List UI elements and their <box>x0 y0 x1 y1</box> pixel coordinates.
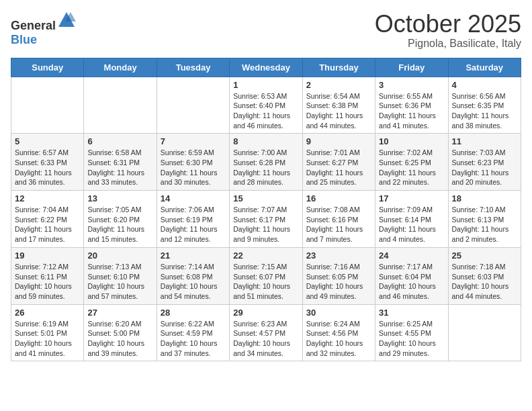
day-number: 14 <box>161 193 226 203</box>
day-number: 25 <box>452 250 517 261</box>
calendar-cell: 14Sunrise: 7:06 AMSunset: 6:19 PMDayligh… <box>157 191 229 248</box>
day-number: 21 <box>161 250 226 261</box>
calendar-cell: 7Sunrise: 6:59 AMSunset: 6:30 PMDaylight… <box>157 134 229 191</box>
day-info: Sunrise: 6:24 AMSunset: 4:56 PMDaylight:… <box>306 319 371 359</box>
calendar-cell: 11Sunrise: 7:03 AMSunset: 6:23 PMDayligh… <box>448 134 521 191</box>
day-info: Sunrise: 7:00 AMSunset: 6:28 PMDaylight:… <box>233 148 298 187</box>
week-row-1: 1Sunrise: 6:53 AMSunset: 6:40 PMDaylight… <box>11 77 521 134</box>
day-number: 22 <box>233 250 298 261</box>
day-info: Sunrise: 7:08 AMSunset: 6:16 PMDaylight:… <box>306 205 371 244</box>
day-number: 16 <box>306 193 371 203</box>
page-header: General Blue October 2025 Pignola, Basil… <box>11 11 521 50</box>
calendar-cell: 17Sunrise: 7:09 AMSunset: 6:14 PMDayligh… <box>375 191 448 248</box>
calendar-cell: 2Sunrise: 6:54 AMSunset: 6:38 PMDaylight… <box>302 77 375 134</box>
calendar-cell: 3Sunrise: 6:55 AMSunset: 6:36 PMDaylight… <box>375 77 448 134</box>
location-title: Pignola, Basilicate, Italy <box>375 38 521 50</box>
day-number: 31 <box>379 308 444 318</box>
day-number: 29 <box>233 308 298 318</box>
day-number: 3 <box>379 80 444 90</box>
day-info: Sunrise: 7:16 AMSunset: 6:05 PMDaylight:… <box>306 262 371 302</box>
calendar-cell <box>157 77 229 134</box>
calendar-cell: 15Sunrise: 7:07 AMSunset: 6:17 PMDayligh… <box>230 191 302 248</box>
day-info: Sunrise: 6:20 AMSunset: 5:00 PMDaylight:… <box>87 319 152 359</box>
day-info: Sunrise: 7:05 AMSunset: 6:20 PMDaylight:… <box>87 205 152 244</box>
calendar-table: SundayMondayTuesdayWednesdayThursdayFrid… <box>11 58 521 362</box>
day-number: 10 <box>379 136 444 146</box>
day-info: Sunrise: 7:06 AMSunset: 6:19 PMDaylight:… <box>161 205 226 244</box>
calendar-cell: 24Sunrise: 7:17 AMSunset: 6:04 PMDayligh… <box>375 247 448 304</box>
day-number: 30 <box>306 308 371 318</box>
day-info: Sunrise: 7:14 AMSunset: 6:08 PMDaylight:… <box>161 262 226 302</box>
weekday-header-sunday: Sunday <box>11 58 84 77</box>
day-info: Sunrise: 6:19 AMSunset: 5:01 PMDaylight:… <box>15 319 80 359</box>
title-block: October 2025 Pignola, Basilicate, Italy <box>375 11 521 50</box>
week-row-3: 12Sunrise: 7:04 AMSunset: 6:22 PMDayligh… <box>11 191 521 248</box>
day-info: Sunrise: 6:23 AMSunset: 4:57 PMDaylight:… <box>233 319 298 359</box>
calendar-cell: 9Sunrise: 7:01 AMSunset: 6:27 PMDaylight… <box>302 134 375 191</box>
day-number: 20 <box>87 250 152 261</box>
calendar-cell <box>11 77 84 134</box>
day-info: Sunrise: 7:12 AMSunset: 6:11 PMDaylight:… <box>15 262 80 302</box>
day-number: 12 <box>15 193 80 203</box>
calendar-cell: 4Sunrise: 6:56 AMSunset: 6:35 PMDaylight… <box>448 77 521 134</box>
calendar-cell <box>448 304 521 361</box>
day-info: Sunrise: 7:09 AMSunset: 6:14 PMDaylight:… <box>379 205 444 244</box>
day-number: 9 <box>306 136 371 146</box>
day-info: Sunrise: 7:10 AMSunset: 6:13 PMDaylight:… <box>452 205 517 244</box>
calendar-cell: 10Sunrise: 7:02 AMSunset: 6:25 PMDayligh… <box>375 134 448 191</box>
calendar-cell: 20Sunrise: 7:13 AMSunset: 6:10 PMDayligh… <box>84 247 157 304</box>
day-info: Sunrise: 6:25 AMSunset: 4:55 PMDaylight:… <box>379 319 444 359</box>
calendar-cell <box>84 77 157 134</box>
calendar-body: 1Sunrise: 6:53 AMSunset: 6:40 PMDaylight… <box>11 77 521 361</box>
day-info: Sunrise: 7:17 AMSunset: 6:04 PMDaylight:… <box>379 262 444 302</box>
week-row-4: 19Sunrise: 7:12 AMSunset: 6:11 PMDayligh… <box>11 247 521 304</box>
calendar-cell: 12Sunrise: 7:04 AMSunset: 6:22 PMDayligh… <box>11 191 84 248</box>
day-number: 18 <box>452 193 517 203</box>
day-info: Sunrise: 7:18 AMSunset: 6:03 PMDaylight:… <box>452 262 517 302</box>
calendar-cell: 19Sunrise: 7:12 AMSunset: 6:11 PMDayligh… <box>11 247 84 304</box>
calendar-cell: 1Sunrise: 6:53 AMSunset: 6:40 PMDaylight… <box>230 77 302 134</box>
day-info: Sunrise: 6:22 AMSunset: 4:59 PMDaylight:… <box>161 319 226 359</box>
weekday-header-monday: Monday <box>84 58 157 77</box>
day-info: Sunrise: 6:56 AMSunset: 6:35 PMDaylight:… <box>452 91 517 131</box>
day-number: 17 <box>379 193 444 203</box>
weekday-header-friday: Friday <box>375 58 448 77</box>
day-info: Sunrise: 7:13 AMSunset: 6:10 PMDaylight:… <box>87 262 152 302</box>
weekday-header-saturday: Saturday <box>448 58 521 77</box>
day-number: 2 <box>306 80 371 90</box>
day-number: 23 <box>306 250 371 261</box>
day-number: 27 <box>87 308 152 318</box>
day-number: 4 <box>452 80 517 90</box>
weekday-header-wednesday: Wednesday <box>230 58 302 77</box>
day-number: 1 <box>233 80 298 90</box>
month-title: October 2025 <box>375 11 521 38</box>
day-number: 13 <box>87 193 152 203</box>
week-row-2: 5Sunrise: 6:57 AMSunset: 6:33 PMDaylight… <box>11 134 521 191</box>
logo: General Blue <box>11 11 76 47</box>
day-number: 5 <box>15 136 80 146</box>
day-info: Sunrise: 7:01 AMSunset: 6:27 PMDaylight:… <box>306 148 371 187</box>
calendar-cell: 18Sunrise: 7:10 AMSunset: 6:13 PMDayligh… <box>448 191 521 248</box>
day-info: Sunrise: 6:58 AMSunset: 6:31 PMDaylight:… <box>87 148 152 187</box>
day-number: 11 <box>452 136 517 146</box>
calendar-cell: 23Sunrise: 7:16 AMSunset: 6:05 PMDayligh… <box>302 247 375 304</box>
calendar-cell: 25Sunrise: 7:18 AMSunset: 6:03 PMDayligh… <box>448 247 521 304</box>
day-number: 15 <box>233 193 298 203</box>
calendar-cell: 28Sunrise: 6:22 AMSunset: 4:59 PMDayligh… <box>157 304 229 361</box>
calendar-cell: 16Sunrise: 7:08 AMSunset: 6:16 PMDayligh… <box>302 191 375 248</box>
logo-icon <box>57 11 76 30</box>
calendar-cell: 29Sunrise: 6:23 AMSunset: 4:57 PMDayligh… <box>230 304 302 361</box>
day-info: Sunrise: 6:57 AMSunset: 6:33 PMDaylight:… <box>15 148 80 187</box>
calendar-cell: 22Sunrise: 7:15 AMSunset: 6:07 PMDayligh… <box>230 247 302 304</box>
weekday-header-row: SundayMondayTuesdayWednesdayThursdayFrid… <box>11 58 521 77</box>
day-info: Sunrise: 6:59 AMSunset: 6:30 PMDaylight:… <box>161 148 226 187</box>
day-info: Sunrise: 7:07 AMSunset: 6:17 PMDaylight:… <box>233 205 298 244</box>
calendar-cell: 27Sunrise: 6:20 AMSunset: 5:00 PMDayligh… <box>84 304 157 361</box>
day-number: 26 <box>15 308 80 318</box>
calendar-cell: 13Sunrise: 7:05 AMSunset: 6:20 PMDayligh… <box>84 191 157 248</box>
calendar-cell: 26Sunrise: 6:19 AMSunset: 5:01 PMDayligh… <box>11 304 84 361</box>
calendar-cell: 5Sunrise: 6:57 AMSunset: 6:33 PMDaylight… <box>11 134 84 191</box>
week-row-5: 26Sunrise: 6:19 AMSunset: 5:01 PMDayligh… <box>11 304 521 361</box>
day-number: 24 <box>379 250 444 261</box>
weekday-header-thursday: Thursday <box>302 58 375 77</box>
